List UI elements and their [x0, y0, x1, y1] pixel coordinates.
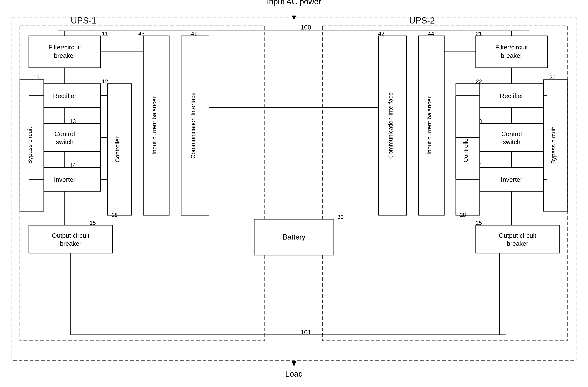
- ups2-bypass-ref: 26: [549, 74, 556, 81]
- ups1-switch-label: Control: [54, 130, 75, 137]
- ref100: 100: [301, 24, 311, 31]
- main-diagram: Input AC power 100 UPS-1 UPS-2 Filter/ci…: [0, 0, 588, 387]
- ups1-controller-label: Controller: [114, 137, 121, 162]
- svg-rect-43: [476, 124, 547, 151]
- ups2-switch-label2: switch: [503, 138, 521, 145]
- ups2-rectifier-label: Rectifier: [500, 92, 523, 99]
- svg-rect-8: [29, 36, 101, 68]
- ups1-output-ref: 15: [90, 220, 96, 226]
- ups2-comm-label: Communication Interface: [387, 92, 394, 159]
- ups1-output-label: Output circuit: [52, 232, 90, 239]
- diagram-container: Input AC power 100 UPS-1 UPS-2 Filter/ci…: [0, 0, 588, 387]
- ups1-rectifier-label: Rectifier: [53, 92, 76, 99]
- ups1-comm-label: Communication Interface: [190, 92, 196, 159]
- ups1-switch-label2: switch: [56, 138, 74, 145]
- ups1-filter-label: Filter/circuit: [48, 44, 81, 51]
- ups2-bypass-label: Bypass circuit: [550, 127, 557, 164]
- ups2-switch-label: Control: [501, 130, 522, 137]
- ups1-output-label2: breaker: [60, 240, 82, 247]
- ups2-label: UPS-2: [409, 16, 435, 25]
- ups2-output-label: Output circuit: [499, 232, 536, 239]
- ups2-balancer-label: Input current balancer: [426, 96, 433, 155]
- ups1-filter-label2: breaker: [54, 52, 76, 59]
- svg-rect-38: [476, 36, 547, 68]
- ups1-bypass-ref: 16: [33, 74, 40, 81]
- ups1-balancer-label: Input current balancer: [151, 96, 157, 155]
- ups2-filter-ref: 21: [476, 30, 482, 37]
- ups1-inverter-ref: 14: [70, 162, 76, 168]
- svg-rect-16: [29, 225, 112, 253]
- ups1-switch-ref: 13: [70, 118, 76, 124]
- ups1-controller-ref: 18: [111, 212, 118, 218]
- ups2-controller-ref: 28: [460, 212, 466, 218]
- battery-label: Battery: [283, 233, 305, 241]
- ups1-filter-ref: 11: [102, 30, 108, 37]
- input-ac-label: Input AC power: [267, 0, 321, 6]
- ups2-filter-label2: breaker: [501, 52, 523, 59]
- ups2-filter-label: Filter/circuit: [495, 44, 528, 51]
- ups2-output-label2: breaker: [507, 240, 528, 247]
- ups2-balancer-ref: 44: [428, 30, 434, 37]
- ups1-label: UPS-1: [71, 16, 97, 25]
- load-label: Load: [285, 369, 303, 378]
- ups1-balancer-ref: 43: [138, 30, 145, 37]
- battery-ref: 30: [337, 214, 344, 220]
- ups1-inverter-label: Inverter: [54, 176, 76, 183]
- ups2-controller-label: Controller: [462, 137, 469, 162]
- ups2-output-ref: 25: [476, 220, 482, 226]
- ups2-comm-ref: 42: [378, 30, 384, 37]
- svg-rect-47: [476, 225, 559, 253]
- ups2-inverter-label: Inverter: [501, 176, 523, 183]
- ups1-bypass-label: Bypass circuit: [26, 127, 33, 164]
- ref101: 101: [301, 329, 311, 336]
- ups1-rectifier-ref: 12: [102, 78, 108, 85]
- ups1-comm-ref: 41: [191, 30, 197, 37]
